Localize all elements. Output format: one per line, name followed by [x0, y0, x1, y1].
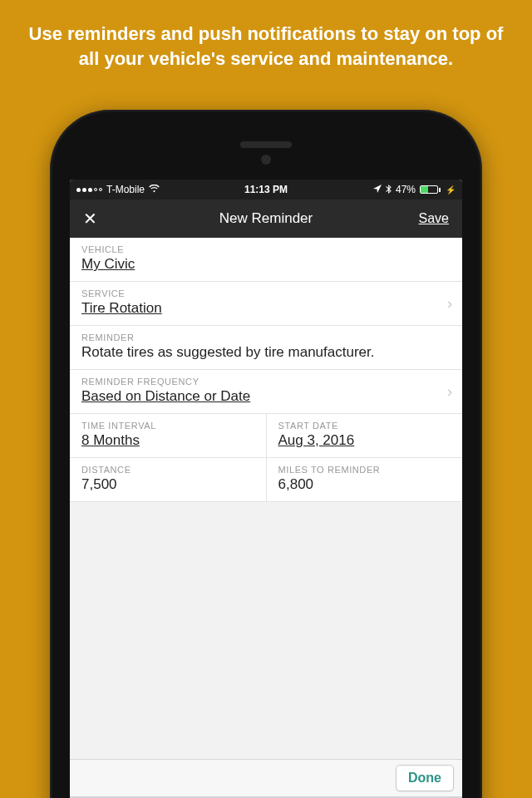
chevron-right-icon: ›: [447, 295, 452, 313]
vehicle-label: VEHICLE: [81, 244, 451, 254]
clock: 11:13 PM: [244, 184, 288, 195]
reminder-label: REMINDER: [81, 332, 451, 342]
distance-label: DISTANCE: [81, 465, 254, 475]
vehicle-row[interactable]: VEHICLE My Civic: [70, 238, 462, 282]
status-bar: T-Mobile 11:13 PM 47% ⚡: [70, 180, 462, 200]
save-button[interactable]: Save: [419, 211, 449, 226]
start-date-row[interactable]: START DATE Aug 3, 2016: [267, 414, 463, 458]
frequency-row[interactable]: REMINDER FREQUENCY Based on Distance or …: [70, 370, 462, 414]
miles-to-reminder-row[interactable]: MILES TO REMINDER 6,800: [267, 458, 463, 502]
service-value: Tire Rotation: [81, 300, 451, 317]
service-label: SERVICE: [81, 288, 451, 298]
signal-dots-icon: [76, 188, 102, 192]
wifi-icon: [149, 185, 160, 195]
start-date-label: START DATE: [278, 421, 451, 431]
reminder-text-row[interactable]: REMINDER Rotate tires as suggested by ti…: [70, 326, 462, 370]
service-row[interactable]: SERVICE Tire Rotation ›: [70, 282, 462, 326]
device-frame: T-Mobile 11:13 PM 47% ⚡: [50, 110, 482, 798]
page-title: New Reminder: [219, 210, 313, 227]
nav-bar: ✕ New Reminder Save: [70, 200, 462, 238]
distance-row[interactable]: DISTANCE 7,500: [70, 458, 267, 502]
location-icon: [373, 185, 382, 195]
distance-value: 7,500: [81, 476, 254, 493]
done-button[interactable]: Done: [396, 765, 454, 791]
frequency-value: Based on Distance or Date: [81, 388, 451, 405]
time-interval-value: 8 Months: [81, 432, 254, 449]
chevron-right-icon: ›: [447, 383, 452, 401]
vehicle-value: My Civic: [81, 256, 451, 273]
time-interval-label: TIME INTERVAL: [81, 421, 254, 431]
reminder-form: VEHICLE My Civic SERVICE Tire Rotation ›…: [70, 238, 462, 502]
keyboard-toolbar: Done: [70, 759, 462, 796]
time-interval-row[interactable]: TIME INTERVAL 8 Months: [70, 414, 267, 458]
bluetooth-icon: [386, 185, 392, 195]
reminder-value: Rotate tires as suggested by tire manufa…: [81, 344, 451, 361]
carrier-label: T-Mobile: [106, 184, 145, 195]
charging-icon: ⚡: [446, 185, 456, 195]
promo-headline: Use reminders and push notifications to …: [0, 0, 532, 71]
frequency-label: REMINDER FREQUENCY: [81, 377, 451, 387]
content-background: [70, 502, 462, 759]
battery-percent: 47%: [396, 184, 416, 195]
miles-to-reminder-label: MILES TO REMINDER: [278, 465, 451, 475]
screen: T-Mobile 11:13 PM 47% ⚡: [70, 180, 462, 798]
start-date-value: Aug 3, 2016: [278, 432, 451, 449]
battery-icon: [420, 185, 441, 194]
close-button[interactable]: ✕: [83, 209, 97, 229]
miles-to-reminder-value: 6,800: [278, 476, 451, 493]
